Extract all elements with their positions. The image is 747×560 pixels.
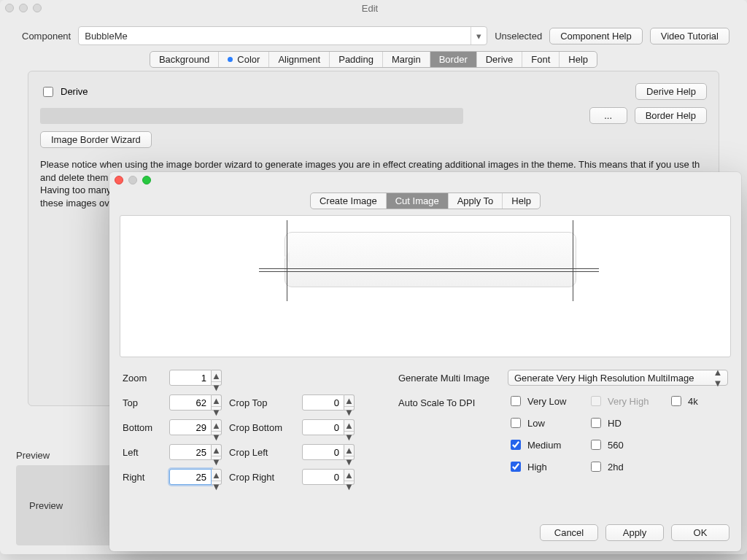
crop-top-label: Crop Top — [229, 397, 295, 408]
gen-multi-select[interactable]: Generate Very High Resolution MultiImage… — [508, 370, 728, 386]
stepper-arrows-icon[interactable]: ▲▼ — [212, 370, 222, 386]
unselected-label: Unselected — [495, 31, 542, 42]
dpi-medium[interactable]: Medium — [508, 438, 588, 452]
right-input[interactable] — [169, 469, 212, 485]
component-select[interactable]: BubbleMe ▾ — [78, 26, 487, 45]
zoom-icon[interactable] — [142, 176, 151, 184]
right-stepper[interactable]: ▲▼ — [169, 469, 222, 485]
crop-right-label: Crop Right — [229, 472, 295, 483]
crop-left-input[interactable] — [302, 444, 344, 460]
guide-right[interactable] — [573, 220, 573, 301]
gen-multi-label: Generate Multi Image — [398, 373, 500, 384]
right-label: Right — [123, 472, 162, 483]
wizard-window: Create Image Cut Image Apply To Help Zoo… — [109, 172, 741, 551]
tab-create-image[interactable]: Create Image — [311, 193, 387, 209]
image-border-wizard-button[interactable]: Image Border Wizard — [40, 131, 152, 148]
top-label: Top — [123, 397, 162, 408]
video-tutorial-button[interactable]: Video Tutorial — [650, 28, 729, 44]
stepper-arrows-icon[interactable]: ▲▼ — [212, 469, 222, 485]
crop-bottom-stepper[interactable]: ▲▼ — [302, 419, 355, 435]
crop-right-stepper[interactable]: ▲▼ — [302, 469, 355, 485]
tab-margin[interactable]: Margin — [383, 52, 430, 67]
stepper-arrows-icon[interactable]: ▲▼ — [344, 469, 355, 485]
top-stepper[interactable]: ▲▼ — [169, 394, 222, 411]
dot-icon — [228, 57, 233, 62]
bottom-label: Bottom — [123, 422, 162, 433]
stepper-arrows-icon[interactable]: ▲▼ — [212, 394, 222, 411]
wizard-tabs: Create Image Cut Image Apply To Help — [310, 192, 541, 209]
tab-cut-image[interactable]: Cut Image — [387, 193, 449, 209]
tab-alignment[interactable]: Alignment — [269, 52, 330, 67]
derive-help-button[interactable]: Derive Help — [635, 83, 707, 100]
guide-top[interactable] — [259, 268, 599, 269]
stepper-arrows-icon[interactable]: ▲▼ — [212, 444, 222, 460]
zoom-stepper[interactable]: ▲▼ — [169, 370, 222, 386]
derive-checkbox-label: Derive — [61, 86, 88, 97]
updown-icon: ▲▼ — [711, 370, 724, 385]
preview-content: Preview — [29, 500, 63, 511]
component-label: Component — [22, 31, 71, 42]
crop-left-label: Crop Left — [229, 447, 295, 458]
stepper-arrows-icon[interactable]: ▲▼ — [344, 394, 355, 411]
dpi-low[interactable]: Low — [508, 416, 588, 430]
dpi-very-low[interactable]: Very Low — [508, 394, 588, 408]
cancel-button[interactable]: Cancel — [540, 524, 598, 541]
left-label: Left — [123, 447, 162, 458]
guide-bottom[interactable] — [259, 271, 599, 272]
bottom-stepper[interactable]: ▲▼ — [169, 419, 222, 435]
crop-right-input[interactable] — [302, 469, 344, 485]
crop-top-stepper[interactable]: ▲▼ — [302, 394, 355, 411]
cut-preview-canvas[interactable] — [120, 215, 731, 357]
crop-bottom-label: Crop Bottom — [229, 422, 295, 433]
stepper-arrows-icon[interactable]: ▲▼ — [212, 419, 222, 435]
tab-color[interactable]: Color — [219, 52, 269, 67]
tab-background[interactable]: Background — [150, 52, 219, 67]
apply-button[interactable]: Apply — [605, 524, 664, 541]
browse-button[interactable]: ... — [589, 107, 627, 124]
tab-border[interactable]: Border — [430, 52, 477, 67]
border-help-button[interactable]: Border Help — [635, 107, 707, 124]
preview-bubble — [285, 232, 576, 287]
minimize-icon[interactable] — [19, 4, 28, 12]
guide-left[interactable] — [287, 220, 287, 301]
bottom-input[interactable] — [169, 419, 212, 435]
top-input[interactable] — [169, 394, 212, 411]
gen-multi-value: Generate Very High Resolution MultiImage — [514, 373, 694, 384]
tab-apply-to[interactable]: Apply To — [449, 193, 503, 209]
ok-button[interactable]: OK — [671, 524, 729, 541]
dpi-hd[interactable]: HD — [588, 416, 668, 430]
crop-left-stepper[interactable]: ▲▼ — [302, 444, 355, 460]
crop-bottom-input[interactable] — [302, 419, 344, 435]
dpi-2hd[interactable]: 2hd — [588, 459, 668, 474]
tab-help[interactable]: Help — [560, 52, 597, 67]
left-input[interactable] — [169, 444, 212, 460]
derive-checkbox-input[interactable] — [43, 87, 53, 97]
dpi-high[interactable]: High — [508, 459, 588, 474]
wizard-titlebar — [109, 172, 741, 188]
close-icon[interactable] — [5, 4, 14, 12]
tab-help[interactable]: Help — [503, 193, 540, 209]
minimize-icon[interactable] — [128, 176, 137, 184]
dpi-very-high: Very High — [588, 394, 668, 408]
stepper-arrows-icon[interactable]: ▲▼ — [344, 419, 355, 435]
zoom-input[interactable] — [169, 370, 212, 386]
multiimage-column: Generate Multi Image Generate Very High … — [398, 369, 728, 486]
left-stepper[interactable]: ▲▼ — [169, 444, 222, 460]
chevron-down-icon: ▾ — [471, 27, 487, 44]
close-icon[interactable] — [115, 176, 123, 184]
stepper-arrows-icon[interactable]: ▲▼ — [344, 444, 355, 460]
cut-form: Zoom ▲▼ Top ▲▼ Crop Top ▲▼ Bott — [109, 357, 741, 489]
tab-derive[interactable]: Derive — [477, 52, 523, 67]
tab-font[interactable]: Font — [522, 52, 560, 67]
tab-padding[interactable]: Padding — [330, 52, 383, 67]
margin-column: Zoom ▲▼ Top ▲▼ Crop Top ▲▼ Bott — [123, 369, 355, 486]
zoom-label: Zoom — [123, 373, 162, 384]
component-help-button[interactable]: Component Help — [549, 28, 643, 44]
zoom-icon[interactable] — [33, 4, 42, 12]
derive-checkbox[interactable]: Derive — [40, 85, 88, 99]
autoscale-label: Auto Scale To DPI — [398, 397, 500, 408]
dpi-4k[interactable]: 4k — [668, 394, 727, 408]
crop-top-input[interactable] — [302, 394, 344, 411]
border-value-field[interactable] — [40, 108, 463, 124]
dpi-560[interactable]: 560 — [588, 438, 668, 452]
